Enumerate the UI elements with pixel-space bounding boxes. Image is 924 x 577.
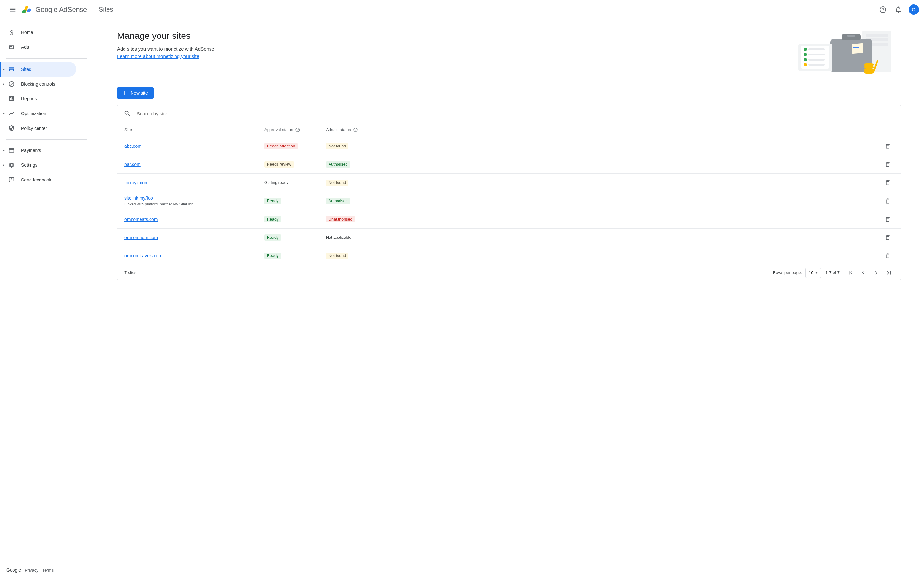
table-row: sitelink.my/foo Linked with platform par… — [118, 192, 901, 210]
sidebar-item-blocking-controls[interactable]: ▸ Blocking controls — [0, 77, 76, 91]
sidebar-item-label: Sites — [21, 67, 31, 72]
next-page-button[interactable] — [870, 266, 883, 279]
shield-icon — [8, 125, 15, 131]
table-row: abc.com Needs attention Not found — [118, 137, 901, 155]
svg-point-25 — [864, 63, 874, 66]
gear-icon — [8, 162, 15, 168]
sites-table-card: SIte Approval status Ads.txt status abc.… — [117, 105, 901, 280]
site-subtitle: Linked with platform partner My SIteLink — [124, 202, 264, 206]
trash-icon — [885, 161, 891, 168]
new-site-button[interactable]: New site — [117, 87, 153, 99]
first-page-button[interactable] — [844, 266, 857, 279]
trash-icon — [885, 179, 891, 186]
nav-divider — [6, 58, 87, 59]
delete-button[interactable] — [882, 250, 893, 261]
sidebar-item-payments[interactable]: ▸ Payments — [0, 143, 76, 158]
approval-status-badge: Ready — [264, 234, 281, 241]
page-title: Manage your sites — [117, 31, 216, 41]
sidebar-item-label: Send feedback — [21, 177, 51, 182]
site-link[interactable]: sitelink.my/foo — [124, 195, 153, 201]
svg-point-14 — [804, 48, 807, 51]
learn-more-link[interactable]: Learn more about monetizing your site — [117, 53, 199, 59]
sidebar-footer: Google Privacy Terms — [0, 562, 94, 577]
feedback-icon — [8, 177, 15, 183]
help-icon[interactable] — [353, 127, 358, 132]
adstxt-status-badge: Unauthorised — [326, 216, 355, 222]
card-icon — [8, 147, 15, 153]
delete-button[interactable] — [882, 140, 893, 152]
header: Google AdSense Sites O — [0, 0, 924, 19]
site-link[interactable]: bar.com — [124, 162, 141, 167]
footer-privacy-link[interactable]: Privacy — [25, 568, 39, 572]
caret-icon: ▸ — [3, 68, 5, 71]
last-page-button[interactable] — [883, 266, 895, 279]
delete-button[interactable] — [882, 213, 893, 225]
sidebar-item-reports[interactable]: Reports — [0, 91, 76, 106]
svg-point-16 — [804, 53, 807, 56]
sidebar-item-label: Optimization — [21, 111, 46, 116]
adstxt-status-badge: Not found — [326, 179, 349, 186]
approval-status-badge: Getting ready — [264, 179, 291, 186]
prev-page-button[interactable] — [857, 266, 870, 279]
delete-button[interactable] — [882, 195, 893, 207]
sidebar-item-ads[interactable]: Ads — [0, 40, 76, 55]
header-section-title: Sites — [99, 6, 113, 13]
footer-terms-link[interactable]: Terms — [42, 568, 53, 572]
help-icon — [879, 6, 887, 13]
product-name: Google AdSense — [35, 5, 87, 14]
sidebar: Home Ads ▸ Sites ▸ Blocking controls Rep… — [0, 19, 94, 577]
trash-icon — [885, 143, 891, 149]
approval-status-badge: Ready — [264, 253, 281, 259]
approval-status-badge: Needs attention — [264, 143, 298, 149]
caret-icon: ▸ — [3, 82, 5, 85]
hero-section: Manage your sites Add sites you want to … — [117, 31, 901, 76]
account-avatar[interactable]: O — [909, 5, 919, 15]
sidebar-item-label: Payments — [21, 148, 41, 153]
svg-rect-11 — [853, 47, 859, 48]
sidebar-item-home[interactable]: Home — [0, 25, 76, 40]
sidebar-item-settings[interactable]: ▸ Settings — [0, 158, 76, 172]
help-button[interactable] — [877, 3, 889, 16]
svg-rect-8 — [847, 35, 855, 37]
delete-button[interactable] — [882, 232, 893, 243]
site-link[interactable]: omnomtravels.com — [124, 253, 162, 258]
svg-rect-19 — [809, 59, 825, 61]
adstxt-status-badge: Authorised — [326, 198, 351, 204]
sidebar-item-policy-center[interactable]: Policy center — [0, 121, 76, 135]
search-input[interactable] — [137, 111, 894, 116]
caret-icon: ▸ — [3, 112, 5, 115]
first-page-icon — [847, 269, 854, 276]
svg-rect-21 — [809, 64, 825, 66]
sidebar-item-send-feedback[interactable]: Send feedback — [0, 172, 76, 187]
caret-icon: ▸ — [3, 163, 5, 167]
plus-icon — [121, 90, 128, 96]
delete-button[interactable] — [882, 159, 893, 170]
row-count: 7 sites — [123, 270, 137, 275]
table-row: omnomtravels.com Ready Not found — [118, 247, 901, 265]
help-icon[interactable] — [295, 127, 300, 132]
svg-point-18 — [804, 58, 807, 61]
home-icon — [8, 29, 15, 35]
table-footer: 7 sites Rows per page: 10 1-7 of 7 — [118, 265, 901, 280]
product-logo[interactable]: Google AdSense — [22, 5, 87, 15]
adstxt-status-badge: Not applicable — [326, 234, 354, 241]
notifications-button[interactable] — [892, 3, 905, 16]
site-link[interactable]: abc.com — [124, 143, 142, 149]
approval-status-badge: Needs review — [264, 161, 294, 168]
search-row — [118, 105, 901, 122]
sidebar-item-sites[interactable]: ▸ Sites — [0, 62, 76, 77]
site-link[interactable]: foo.xyz.com — [124, 180, 149, 185]
sidebar-item-optimization[interactable]: ▸ Optimization — [0, 106, 76, 121]
delete-button[interactable] — [882, 177, 893, 189]
table-row: omnomnom.com Ready Not applicable — [118, 228, 901, 247]
site-link[interactable]: omnomeats.com — [124, 217, 158, 222]
svg-rect-15 — [809, 48, 825, 50]
chevron-left-icon — [860, 269, 867, 276]
hamburger-menu-button[interactable] — [5, 2, 21, 17]
table-row: foo.xyz.com Getting ready Not found — [118, 173, 901, 192]
rows-per-page-select[interactable]: 10 — [805, 268, 821, 278]
main-content: Manage your sites Add sites you want to … — [94, 19, 924, 577]
trending-icon — [8, 110, 15, 117]
site-link[interactable]: omnomnom.com — [124, 235, 158, 240]
adstxt-status-badge: Not found — [326, 253, 349, 259]
